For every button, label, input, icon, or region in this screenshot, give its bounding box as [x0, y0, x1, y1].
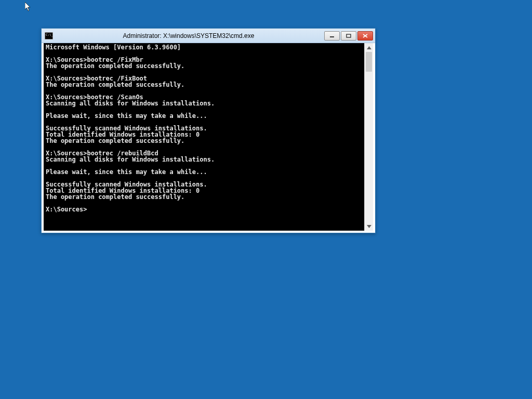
window-controls [324, 31, 373, 41]
cmd-window: Administrator: X:\windows\SYSTEM32\cmd.e… [41, 28, 376, 233]
vertical-scrollbar[interactable] [364, 43, 373, 231]
minimize-button[interactable] [324, 31, 340, 41]
client-area: Microsoft Windows [Version 6.3.9600] X:\… [44, 43, 373, 231]
scroll-up-button[interactable] [365, 43, 373, 52]
terminal-line: Please wait, since this may take a while… [46, 113, 362, 119]
terminal-line: Scanning all disks for Windows installat… [46, 100, 362, 107]
maximize-button[interactable] [341, 31, 356, 41]
mouse-cursor-icon [25, 2, 33, 12]
terminal-line: Please wait, since this may take a while… [46, 169, 362, 175]
svg-rect-0 [330, 36, 334, 37]
window-title: Administrator: X:\windows\SYSTEM32\cmd.e… [53, 32, 324, 39]
scroll-thumb[interactable] [366, 52, 372, 72]
scroll-track[interactable] [365, 52, 373, 222]
terminal-line: Microsoft Windows [Version 6.3.9600] [46, 44, 362, 50]
terminal-line: The operation completed successfully. [46, 194, 362, 200]
terminal-line: The operation completed successfully. [46, 82, 362, 88]
terminal-line: The operation completed successfully. [46, 138, 362, 144]
terminal-line: The operation completed successfully. [46, 63, 362, 69]
titlebar[interactable]: Administrator: X:\windows\SYSTEM32\cmd.e… [42, 29, 375, 43]
terminal-line [46, 200, 362, 206]
terminal-line: Scanning all disks for Windows installat… [46, 156, 362, 163]
cmd-icon [45, 32, 53, 39]
scroll-down-button[interactable] [365, 222, 373, 231]
terminal-line: X:\Sources> [46, 206, 362, 212]
close-button[interactable] [357, 31, 373, 41]
terminal-output[interactable]: Microsoft Windows [Version 6.3.9600] X:\… [44, 43, 364, 231]
svg-rect-1 [347, 34, 351, 37]
